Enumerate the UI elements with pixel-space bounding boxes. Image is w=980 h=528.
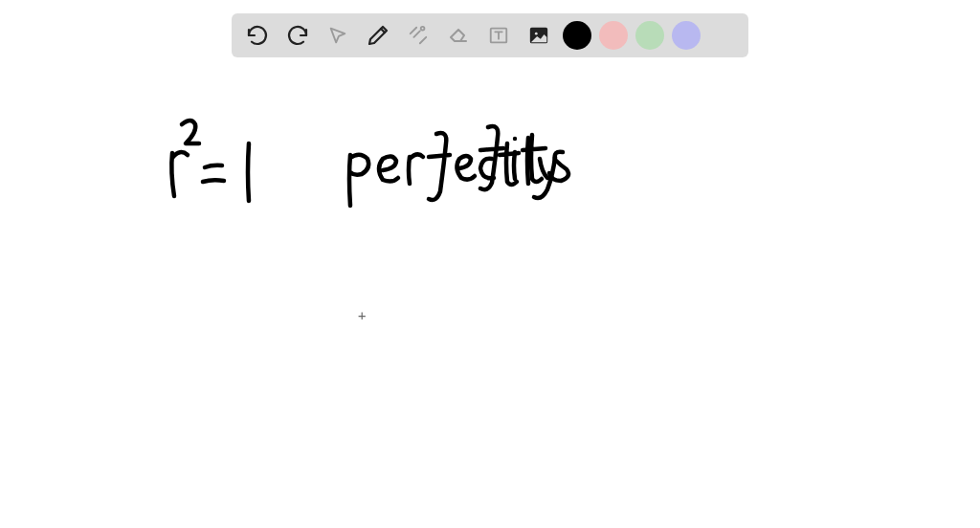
- text-button: [482, 19, 515, 52]
- pencil-icon: [367, 24, 390, 47]
- undo-button[interactable]: [241, 19, 274, 52]
- text-icon: [488, 25, 509, 46]
- eraser-button: [442, 19, 475, 52]
- tools-icon: [408, 25, 429, 46]
- svg-point-1: [421, 27, 425, 31]
- pointer-button: [322, 19, 354, 52]
- drawing-canvas[interactable]: +: [0, 57, 980, 528]
- cursor-crosshair: +: [358, 308, 366, 323]
- color-black[interactable]: [563, 21, 591, 50]
- eraser-icon: [447, 24, 470, 47]
- svg-point-5: [535, 33, 538, 35]
- image-icon: [527, 25, 550, 46]
- redo-icon: [286, 24, 309, 47]
- handwriting-note: [431, 110, 622, 196]
- redo-button[interactable]: [281, 19, 314, 52]
- image-button[interactable]: [523, 19, 555, 52]
- drawing-toolbar: [232, 13, 748, 57]
- pointer-icon: [327, 25, 348, 46]
- tools-button: [402, 19, 434, 52]
- color-pink[interactable]: [599, 21, 628, 50]
- undo-icon: [246, 24, 269, 47]
- color-green[interactable]: [635, 21, 664, 50]
- pencil-button[interactable]: [362, 19, 394, 52]
- color-purple[interactable]: [672, 21, 701, 50]
- svg-point-6: [513, 137, 517, 141]
